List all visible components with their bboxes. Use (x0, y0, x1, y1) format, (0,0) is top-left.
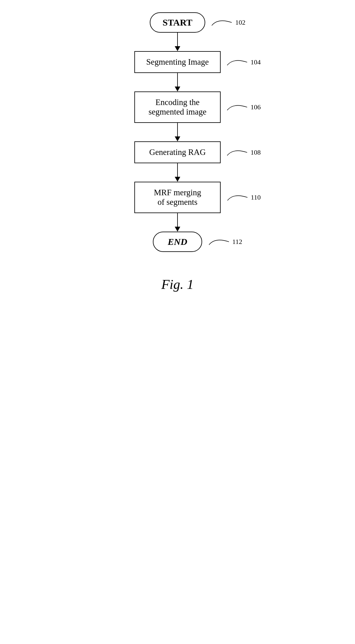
arrow-head-1 (175, 46, 180, 51)
arrow-1 (175, 33, 180, 51)
start-row: START 102 (70, 12, 285, 33)
arrow-line-5 (177, 213, 178, 227)
mrf-ref: 110 (251, 193, 261, 201)
arrow-head-4 (175, 177, 180, 182)
start-node: START (150, 12, 206, 33)
mrf-row: MRF merging of segments 110 (70, 182, 285, 213)
encoding-ref-line (227, 103, 249, 112)
arrow-head-5 (175, 227, 180, 232)
flowchart: START 102 Segmenting Image (70, 12, 285, 292)
end-node-wrapper: END 112 (70, 232, 285, 252)
segmenting-node: Segmenting Image (134, 51, 221, 73)
arrow-line-4 (177, 163, 178, 177)
encoding-row: Encoding the segmented image 106 (70, 91, 285, 123)
segmenting-node-wrapper: Segmenting Image 104 (70, 51, 285, 73)
encoding-node-wrapper: Encoding the segmented image 106 (70, 91, 285, 123)
start-ref: 102 (235, 18, 245, 26)
generating-row: Generating RAG 108 (70, 141, 285, 163)
arrow-5 (175, 213, 180, 232)
generating-ref: 108 (251, 148, 261, 156)
arrow-4 (175, 163, 180, 182)
end-ref: 112 (232, 238, 242, 246)
segmenting-ref-line (227, 58, 249, 67)
segmenting-row: Segmenting Image 104 (70, 51, 285, 73)
arrow-head-3 (175, 136, 180, 141)
mrf-node: MRF merging of segments (134, 182, 221, 213)
mrf-ref-line (227, 193, 249, 202)
end-node: END (153, 232, 202, 252)
end-ref-line (209, 237, 231, 246)
generating-node-wrapper: Generating RAG 108 (70, 141, 285, 163)
arrow-line-3 (177, 123, 178, 136)
generating-node: Generating RAG (134, 141, 221, 163)
end-row: END 112 (70, 232, 285, 252)
arrow-line-1 (177, 33, 178, 46)
start-node-wrapper: START 102 (70, 12, 285, 33)
mrf-node-wrapper: MRF merging of segments 110 (70, 182, 285, 213)
segmenting-ref: 104 (251, 58, 261, 66)
encoding-ref: 106 (251, 103, 261, 111)
encoding-node: Encoding the segmented image (134, 91, 221, 123)
arrow-head-2 (175, 87, 180, 91)
figure-label: Fig. 1 (161, 277, 194, 292)
arrow-line-2 (177, 73, 178, 87)
arrow-3 (175, 123, 180, 141)
generating-ref-line (227, 148, 249, 157)
arrow-2 (175, 73, 180, 91)
start-ref-line (212, 18, 233, 27)
